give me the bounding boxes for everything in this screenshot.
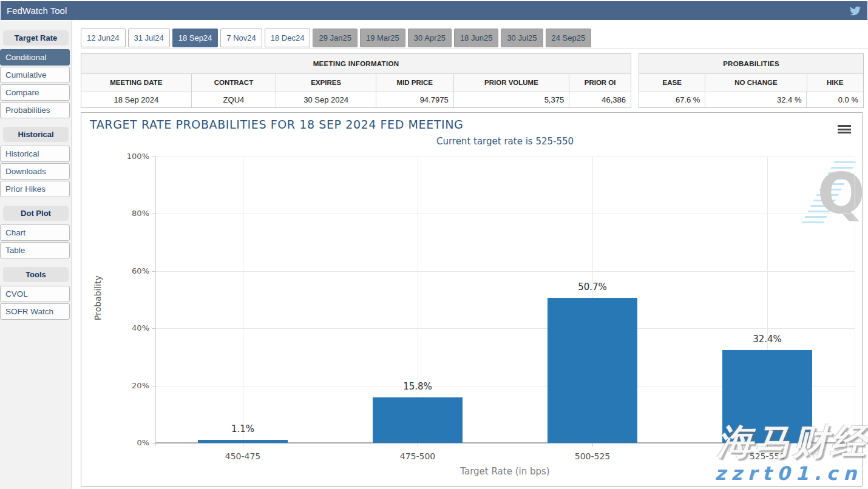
sidebar-item-prior-hikes[interactable]: Prior Hikes bbox=[0, 181, 70, 197]
tab-30-apr25[interactable]: 30 Apr25 bbox=[408, 29, 452, 47]
sidebar-item-downloads[interactable]: Downloads bbox=[0, 163, 70, 180]
meeting-date-tabs: 12 Jun2431 Jul2418 Sep247 Nov2418 Dec242… bbox=[81, 29, 594, 47]
cell-hike: 0.0 % bbox=[807, 92, 863, 107]
sidebar-section-title-dot-plot: Dot Plot bbox=[3, 206, 69, 221]
tab-18-dec24[interactable]: 18 Dec24 bbox=[265, 29, 311, 47]
y-tick-label-60: 60% bbox=[112, 266, 149, 275]
cell-no-change: 32.4 % bbox=[705, 92, 807, 107]
column-header-mid-price: MID PRICE bbox=[376, 74, 454, 92]
column-header-contract: CONTRACT bbox=[192, 74, 277, 92]
x-tick-label-450-475: 450-475 bbox=[200, 451, 285, 461]
gridline-y-40 bbox=[155, 328, 855, 329]
sidebar-item-table[interactable]: Table bbox=[0, 242, 70, 258]
tab-7-nov24[interactable]: 7 Nov24 bbox=[220, 29, 262, 47]
cell-contract: ZQU4 bbox=[192, 92, 277, 107]
bar-475-500 bbox=[373, 397, 463, 443]
y-tick-label-100: 100% bbox=[112, 152, 149, 161]
cell-ease: 67.6 % bbox=[639, 92, 705, 107]
sidebar-item-probabilities[interactable]: Probabilities bbox=[0, 102, 70, 118]
app-title: FedWatch Tool bbox=[7, 5, 849, 16]
prob-table-header-row: EASENO CHANGEHIKE bbox=[639, 74, 863, 92]
column-header-hike: HIKE bbox=[807, 74, 864, 92]
bar-value-label-500-525: 50.7% bbox=[562, 282, 623, 292]
app-header: FedWatch Tool bbox=[1, 1, 867, 20]
cell-meeting-date: 18 Sep 2024 bbox=[81, 92, 192, 107]
sidebar-item-conditional[interactable]: Conditional bbox=[0, 49, 70, 66]
chart-title: TARGET RATE PROBABILITIES FOR 18 SEP 202… bbox=[90, 118, 463, 131]
tab-19-mar25[interactable]: 19 Mar25 bbox=[360, 29, 405, 47]
site-url-watermark: zzrt01.cn bbox=[714, 462, 862, 484]
column-header-ease: EASE bbox=[639, 74, 705, 92]
meeting-table-header-row: MEETING DATECONTRACTEXPIRESMID PRICEPRIO… bbox=[81, 74, 631, 92]
sidebar-section-title-target-rate: Target Rate bbox=[3, 30, 69, 46]
bar-value-label-475-500: 15.8% bbox=[387, 381, 448, 392]
tab-12-jun24[interactable]: 12 Jun24 bbox=[81, 29, 126, 47]
y-axis-line bbox=[155, 157, 156, 446]
bar-value-label-450-475: 1.1% bbox=[212, 423, 273, 434]
sidebar-item-cvol[interactable]: CVOL bbox=[0, 286, 70, 302]
plot-right-border bbox=[855, 157, 855, 443]
x-axis-title: Target Rate (in bps) bbox=[323, 466, 687, 477]
sidebar-item-compare[interactable]: Compare bbox=[0, 84, 70, 101]
plot-area: 0%20%40%60%80%100%1.1%450-47515.8%475-50… bbox=[155, 157, 855, 443]
sidebar-section-title-historical: Historical bbox=[3, 127, 69, 142]
column-header-prior-volume: PRIOR VOLUME bbox=[454, 74, 570, 92]
bar-500-525 bbox=[548, 298, 637, 443]
column-header-expires: EXPIRES bbox=[276, 74, 376, 92]
column-header-no-change: NO CHANGE bbox=[705, 74, 807, 92]
x-tick-mark-500-525 bbox=[592, 443, 593, 447]
sidebar-section-title-tools: Tools bbox=[3, 267, 69, 282]
tab-24-sep25[interactable]: 24 Sep25 bbox=[546, 29, 592, 47]
meeting-table-caption: MEETING INFORMATION bbox=[81, 54, 631, 74]
sidebar-item-cumulative[interactable]: Cumulative bbox=[0, 67, 70, 83]
sidebar: Target RateConditionalCumulativeCompareP… bbox=[0, 21, 72, 489]
bar-value-label-525-550: 32.4% bbox=[737, 334, 798, 345]
hamburger-menu-icon[interactable] bbox=[838, 125, 851, 134]
cell-expires: 30 Sep 2024 bbox=[276, 92, 376, 107]
x-tick-mark-475-500 bbox=[418, 443, 418, 447]
gridline-y-60 bbox=[155, 271, 855, 272]
x-tick-label-500-525: 500-525 bbox=[550, 451, 635, 461]
prob-table-caption: PROBABILITIES bbox=[639, 54, 863, 74]
y-tick-label-80: 80% bbox=[112, 209, 149, 218]
tab-30-jul25[interactable]: 30 Jul25 bbox=[501, 29, 543, 47]
fedwatch-app: FedWatch Tool Target RateConditionalCumu… bbox=[0, 0, 868, 489]
y-tick-label-0: 0% bbox=[112, 438, 149, 447]
tab-underline bbox=[81, 48, 868, 49]
y-tick-label-20: 20% bbox=[112, 381, 149, 390]
sidebar-item-sofr-watch[interactable]: SOFR Watch bbox=[0, 303, 70, 320]
tab-31-jul24[interactable]: 31 Jul24 bbox=[128, 29, 170, 47]
meeting-information-table: MEETING INFORMATIONMEETING DATECONTRACTE… bbox=[81, 53, 631, 108]
meeting-table-value-row: 18 Sep 2024ZQU430 Sep 202494.79755,37546… bbox=[81, 92, 631, 107]
prob-table-value-row: 67.6 %32.4 %0.0 % bbox=[639, 92, 863, 107]
sidebar-item-historical[interactable]: Historical bbox=[0, 146, 70, 162]
gridline-x-450-475 bbox=[243, 157, 243, 443]
column-header-prior-oi: PRIOR OI bbox=[569, 74, 631, 92]
gridline-y-80 bbox=[155, 214, 855, 214]
gridline-y-100 bbox=[155, 157, 855, 157]
sidebar-item-chart[interactable]: Chart bbox=[0, 224, 70, 241]
cell-mid-price: 94.7975 bbox=[376, 92, 454, 107]
x-tick-mark-450-475 bbox=[243, 443, 243, 447]
site-name-watermark: 海马财经 bbox=[717, 419, 868, 466]
column-header-meeting-date: MEETING DATE bbox=[81, 74, 192, 92]
cell-prior-oi: 46,386 bbox=[569, 92, 631, 107]
x-tick-label-475-500: 475-500 bbox=[375, 451, 460, 461]
chart-subtitle: Current target rate is 525-550 bbox=[155, 136, 855, 147]
twitter-icon[interactable] bbox=[849, 5, 861, 16]
tab-18-sep24[interactable]: 18 Sep24 bbox=[172, 29, 219, 47]
y-axis-title: Probability bbox=[93, 255, 103, 340]
tab-29-jan25[interactable]: 29 Jan25 bbox=[313, 29, 358, 47]
y-tick-label-40: 40% bbox=[112, 323, 149, 332]
cell-prior-volume: 5,375 bbox=[454, 92, 570, 107]
tab-18-jun25[interactable]: 18 Jun25 bbox=[454, 29, 499, 47]
probabilities-table: PROBABILITIESEASENO CHANGEHIKE67.6 %32.4… bbox=[639, 53, 864, 108]
